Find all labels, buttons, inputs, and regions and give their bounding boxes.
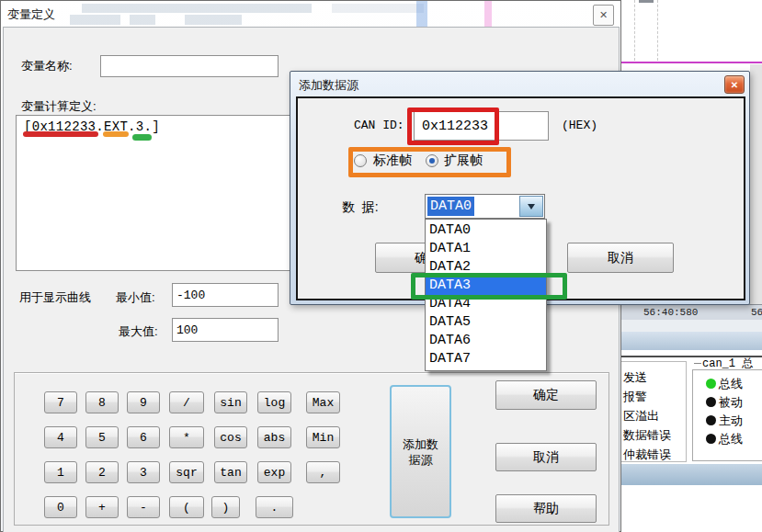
dropdown-item[interactable]: DATA1 — [426, 240, 546, 258]
key-1[interactable]: 1 — [44, 461, 77, 483]
status-label: 区溢出 — [623, 406, 686, 425]
key-divide[interactable]: / — [169, 391, 204, 413]
key-comma[interactable]: , — [306, 461, 340, 483]
dropdown-item[interactable]: DATA6 — [426, 332, 546, 350]
close-icon: ✕ — [731, 80, 738, 90]
curve-display-label: 用于显示曲线 — [19, 289, 91, 306]
key-lparen[interactable]: ( — [169, 496, 204, 518]
dropdown-item[interactable]: DATA5 — [426, 313, 546, 332]
bus-status-led — [706, 434, 716, 444]
add-data-source-button[interactable]: 添加数 据源 — [390, 385, 451, 518]
can1-group-label: can_1 总 — [702, 356, 762, 371]
dialog-title: 添加数据源 — [299, 77, 358, 94]
background-ghost — [484, 1, 492, 27]
key-3[interactable]: 3 — [127, 461, 160, 483]
min-value-input[interactable] — [172, 283, 279, 307]
background-strip — [621, 320, 762, 332]
key-dot[interactable]: . — [256, 496, 293, 518]
key-cos[interactable]: cos — [214, 426, 247, 448]
orange-underline-annotation — [103, 131, 129, 137]
max-value-input[interactable] — [172, 318, 279, 342]
background-ghost — [185, 15, 242, 25]
timestamp: 56:40:580 — [643, 307, 698, 318]
bus-status-led — [706, 415, 716, 425]
bus-status-row: 总线 — [706, 376, 762, 392]
status-label: 仲裁错误 — [623, 445, 686, 462]
key-log[interactable]: log — [257, 391, 291, 413]
background-ghost — [639, 0, 654, 3]
key-sin[interactable]: sin — [214, 391, 247, 413]
key-rparen[interactable]: ) — [211, 496, 240, 518]
key-abs[interactable]: abs — [257, 426, 291, 448]
green-underline-annotation — [132, 134, 152, 141]
bus-status-row: 主动 — [706, 413, 762, 429]
key-tan[interactable]: tan — [214, 461, 247, 483]
bus-status-label: 总线 — [719, 376, 743, 392]
close-button[interactable]: ✕ — [593, 5, 614, 26]
key-multiply[interactable]: * — [169, 426, 204, 448]
orange-annotation-box — [348, 147, 511, 177]
can-status-label-panel: 发送 报警 区溢出 数据错误 仲裁错误 — [621, 361, 687, 462]
key-minus[interactable]: - — [127, 496, 160, 518]
timestamp: 56 — [751, 307, 762, 318]
key-6[interactable]: 6 — [127, 426, 160, 448]
key-4[interactable]: 4 — [44, 426, 77, 448]
window-title: 变量定义 — [7, 6, 55, 23]
bus-status-row: 被动 — [706, 394, 762, 411]
bus-status-row: 总线 — [706, 431, 762, 447]
key-sqr[interactable]: sqr — [169, 461, 204, 483]
key-2[interactable]: 2 — [85, 461, 119, 483]
status-label: 报警 — [623, 387, 686, 406]
ok-button[interactable]: 确定 — [495, 380, 597, 410]
dialog-cancel-button[interactable]: 取消 — [567, 243, 674, 273]
help-button[interactable]: 帮助 — [495, 494, 597, 523]
data-combobox[interactable]: DATA0 — [425, 194, 545, 219]
key-7[interactable]: 7 — [44, 391, 77, 413]
background-ghost — [332, 4, 424, 13]
background-ghost — [70, 15, 120, 25]
combo-dropdown-button[interactable] — [519, 196, 543, 217]
key-max[interactable]: Max — [306, 391, 340, 413]
groupbox-border — [694, 363, 701, 364]
bus-status-label: 被动 — [719, 394, 743, 411]
background-ghost — [82, 4, 312, 13]
chevron-down-icon — [528, 204, 535, 209]
key-min[interactable]: Min — [306, 426, 340, 448]
bus-status-label: 总线 — [719, 431, 743, 447]
min-value-label: 最小值: — [116, 289, 155, 306]
variable-name-input[interactable] — [100, 55, 279, 77]
key-9[interactable]: 9 — [127, 391, 160, 413]
hex-suffix-label: (HEX) — [562, 119, 597, 132]
data-label: 数 据: — [342, 199, 379, 216]
add-data-source-button-label: 添加数 — [403, 436, 438, 452]
key-exp[interactable]: exp — [257, 461, 291, 483]
combobox-selected-value: DATA0 — [427, 197, 474, 216]
status-label: 发送 — [623, 368, 686, 387]
background-ghost — [130, 15, 155, 25]
plot-gridline — [634, 0, 635, 61]
cancel-button[interactable]: 取消 — [495, 443, 597, 471]
bus-status-led — [706, 397, 716, 407]
can-id-label: CAN ID: — [354, 119, 404, 132]
variable-name-label: 变量名称: — [21, 58, 73, 74]
close-icon: ✕ — [599, 9, 608, 21]
background-toolbar-band — [621, 332, 762, 350]
background-window-frame — [750, 64, 762, 305]
timeline-row: 56:40:580 56 — [621, 304, 762, 320]
add-data-source-button-label: 据源 — [409, 452, 433, 468]
red-underline-annotation — [23, 131, 98, 137]
background-statusbar — [621, 464, 762, 485]
status-label: 数据错误 — [623, 425, 686, 445]
key-5[interactable]: 5 — [85, 426, 119, 448]
plot-gridline — [657, 0, 658, 61]
green-annotation-box — [411, 273, 567, 300]
dropdown-item[interactable]: DATA0 — [426, 221, 546, 240]
bus-status-label: 主动 — [719, 413, 743, 429]
max-value-label: 最大值: — [119, 323, 158, 340]
key-8[interactable]: 8 — [85, 391, 119, 413]
background-ghost — [416, 1, 427, 27]
dialog-close-button[interactable]: ✕ — [724, 75, 745, 94]
key-0[interactable]: 0 — [44, 496, 77, 518]
dropdown-item[interactable]: DATA7 — [426, 350, 546, 368]
key-plus[interactable]: + — [85, 496, 119, 518]
